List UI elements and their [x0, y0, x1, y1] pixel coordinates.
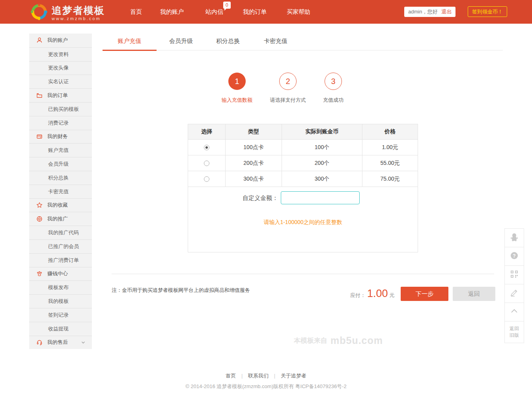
sidebar-item-withdraw[interactable]: 收益提现: [29, 322, 92, 336]
cell-price: 75.00元: [362, 171, 418, 187]
sidebar-item-my-promotion[interactable]: 我的推广: [29, 212, 92, 226]
sidebar-item-my-account[interactable]: 我的账户: [29, 34, 92, 47]
tab-card-recharge[interactable]: 卡密充值: [250, 34, 301, 50]
sidebar-item-my-finance[interactable]: 我的财务: [29, 130, 92, 144]
sidebar-item-points-exchange[interactable]: 积分总换: [29, 171, 92, 185]
sidebar-item-label: 推广消费订单: [48, 257, 79, 264]
back-button[interactable]: 返回: [453, 287, 495, 301]
sidebar-item-label: 会员升级: [48, 161, 69, 168]
tab-member-upgrade[interactable]: 会员升级: [157, 34, 205, 50]
help-icon: ?: [510, 251, 519, 262]
sidebar-item-label: 我的订单: [47, 92, 68, 99]
sidebar-item-real-name-auth[interactable]: 实名认证: [29, 75, 92, 88]
sidebar-item-change-avatar[interactable]: 更改头像: [29, 61, 92, 75]
radio-option-200[interactable]: [204, 161, 209, 166]
folder-icon: [36, 92, 43, 99]
wallet-icon: [36, 133, 43, 140]
sidebar-item-label: 已推广的会员: [48, 243, 79, 250]
user-greeting-box: admin，您好 退出: [404, 7, 455, 17]
star-icon: [36, 202, 43, 208]
site-logo[interactable]: 追梦者模板 www.zmzmb.com: [30, 2, 105, 23]
next-step-button[interactable]: 下一步: [401, 287, 448, 301]
table-row: 200点卡 200个 55.00元: [188, 155, 418, 171]
cell-coins: 100个: [282, 140, 362, 155]
logo-subtitle: www.zmzmb.com: [52, 16, 105, 21]
col-header-type: 类型: [226, 124, 282, 139]
sidebar-item-label: 实名认证: [48, 78, 69, 85]
tab-account-recharge[interactable]: 账户充值: [103, 34, 157, 50]
cell-type: 200点卡: [226, 155, 282, 171]
message-count-badge: 0: [223, 2, 231, 9]
sidebar-item-label: 收益提现: [48, 325, 69, 332]
sidebar-item-purchased-templates[interactable]: 已购买的模板: [29, 102, 92, 116]
custom-amount-input[interactable]: [281, 191, 360, 204]
sidebar-item-edit-profile[interactable]: 更改资料: [29, 47, 92, 61]
cell-price: 55.00元: [362, 155, 418, 171]
footer-link-about[interactable]: 关于追梦者: [281, 373, 306, 379]
sidebar-item-my-templates[interactable]: 我的模板: [29, 294, 92, 308]
sidebar-item-label: 签到记录: [48, 312, 69, 319]
footer-copyright: © 2014-2016 追梦者模板(zmzmb.com)版权所有 粤ICP备14…: [0, 383, 532, 390]
floating-toolbar: ?: [504, 229, 524, 343]
sidebar-item-label: 我的推广: [47, 215, 68, 222]
nav-home[interactable]: 首页: [130, 0, 142, 24]
payment-unit: 元: [390, 292, 395, 299]
payment-summary: 应付： 1.00 元: [350, 288, 395, 300]
sidebar-item-label: 我的收藏: [47, 202, 68, 209]
sidebar-item-earn-center[interactable]: 赚钱中心: [29, 267, 92, 281]
footer-link-contact[interactable]: 联系我们: [248, 373, 269, 379]
sidebar-item-template-publish[interactable]: 模板发布: [29, 280, 92, 294]
sidebar-item-promo-orders[interactable]: 推广消费订单: [29, 253, 92, 267]
sidebar-item-my-favorites[interactable]: 我的收藏: [29, 198, 92, 212]
payment-label: 应付：: [350, 292, 366, 299]
sidebar-item-spend-records[interactable]: 消费记录: [29, 116, 92, 130]
feedback-button[interactable]: [504, 284, 524, 303]
step-3-circle: 3: [325, 73, 342, 90]
cell-type: 100点卡: [226, 140, 282, 155]
sidebar-item-promoted-members[interactable]: 已推广的会员: [29, 239, 92, 253]
nav-my-account[interactable]: 我的账户: [160, 0, 184, 24]
sidebar-item-label: 消费记录: [48, 120, 69, 127]
nav-my-orders[interactable]: 我的订单: [243, 0, 267, 24]
footer-separator: |: [241, 373, 243, 379]
qq-icon: [510, 232, 519, 243]
qrcode-button[interactable]: [504, 265, 524, 284]
sidebar-item-signin-records[interactable]: 签到记录: [29, 308, 92, 322]
sidebar-item-label: 我的账户: [47, 37, 68, 44]
sidebar-item-my-orders[interactable]: 我的订单: [29, 88, 92, 102]
coin-usage-note: 注：金币用于购买追梦者模板网平台上的虚拟商品和增值服务: [112, 287, 250, 294]
old-version-label: 返回: [510, 325, 519, 332]
sidebar-item-member-upgrade[interactable]: 会员升级: [29, 157, 92, 171]
sidebar-item-account-recharge[interactable]: 账户充值: [29, 143, 92, 157]
sidebar-item-label: 赚钱中心: [47, 270, 68, 277]
sidebar-item-after-sales[interactable]: 我的售后: [29, 336, 92, 349]
sidebar-item-label: 我的售后: [47, 339, 68, 346]
sidebar-item-card-recharge[interactable]: 卡密充值: [29, 185, 92, 198]
radio-option-100[interactable]: [204, 145, 209, 150]
old-version-button[interactable]: 返回 旧版: [504, 321, 524, 343]
back-to-top-button[interactable]: [504, 303, 524, 321]
step-2-circle: 2: [279, 73, 297, 90]
step-3-label: 充值成功: [306, 97, 361, 104]
payment-amount: 1.00: [367, 288, 388, 300]
help-button[interactable]: ?: [504, 247, 524, 266]
chevron-down-icon: [81, 340, 86, 345]
nav-buyer-help[interactable]: 买家帮助: [287, 0, 310, 24]
target-icon: [36, 216, 43, 222]
logout-link[interactable]: 退出: [441, 7, 452, 17]
pencil-icon: [510, 288, 519, 299]
table-header-row: 选择 类型 实际到账金币 价格: [188, 124, 418, 140]
step-1-label: 输入充值数额: [209, 97, 265, 104]
custom-amount-label: 自定义金额：: [188, 194, 278, 202]
footer-link-home[interactable]: 首页: [226, 373, 236, 379]
paw-icon: [36, 271, 43, 277]
tab-points-exchange[interactable]: 积分总换: [205, 34, 250, 50]
signin-reward-link[interactable]: 签到领金币！: [468, 6, 507, 17]
old-version-label: 旧版: [510, 332, 519, 339]
sidebar-item-promo-code[interactable]: 我的推广代码: [29, 226, 92, 239]
sidebar-item-label: 模板发布: [48, 284, 69, 291]
nav-site-messages[interactable]: 站内信: [205, 0, 223, 24]
qq-contact-button[interactable]: [504, 228, 524, 247]
section-divider: [112, 274, 494, 274]
radio-option-300[interactable]: [204, 176, 209, 182]
